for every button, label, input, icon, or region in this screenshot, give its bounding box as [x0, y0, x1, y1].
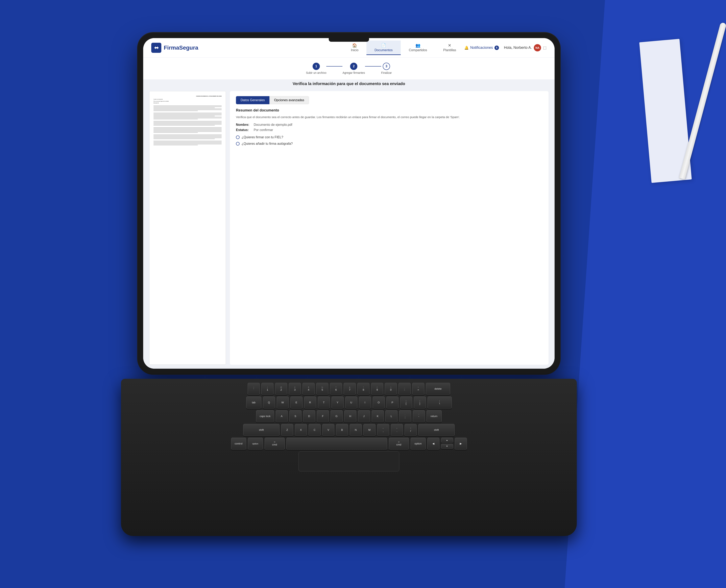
key-n[interactable]: N [350, 424, 362, 436]
doc-line [153, 121, 222, 122]
key-lbracket[interactable]: {[ [400, 397, 412, 408]
doc-line [153, 110, 198, 111]
key-arrow-left[interactable]: ◀ [427, 438, 439, 450]
key-o[interactable]: O [373, 397, 385, 408]
key-shift-left[interactable]: shift [243, 424, 279, 436]
key-4[interactable]: $4 [303, 383, 315, 395]
doc-line [153, 105, 222, 106]
key-b[interactable]: B [336, 424, 348, 436]
key-a[interactable]: A [276, 410, 288, 422]
key-s[interactable]: S [289, 410, 302, 422]
key-3[interactable]: #3 [289, 383, 301, 395]
key-i[interactable]: I [359, 397, 371, 408]
key-arrow-down[interactable]: ▼ [441, 444, 453, 449]
logout-icon[interactable]: ⬚ [543, 45, 546, 50]
tab-opciones-avanzadas[interactable]: Opciones avanzadas [269, 96, 309, 104]
doc-line [153, 128, 222, 129]
radio-fiel[interactable]: ¿Quieres firmar con tu FIEL? [236, 135, 542, 139]
key-tab[interactable]: tab [246, 397, 261, 408]
key-6[interactable]: ^6 [330, 383, 342, 395]
key-f[interactable]: F [317, 410, 329, 422]
key-t[interactable]: T [318, 397, 330, 408]
nav-tab-documentos[interactable]: 📄 Documentos [367, 41, 401, 55]
key-d[interactable]: D [303, 410, 315, 422]
key-semicolon[interactable]: :; [399, 410, 411, 422]
key-arrow-right[interactable]: ▶ [455, 438, 467, 450]
right-panel: Datos Generales Opciones avanzadas Resum… [230, 91, 548, 365]
key-delete[interactable]: delete [426, 383, 450, 395]
notification-area[interactable]: 🔔 Notificaciones 5 [464, 45, 499, 50]
description-text: Verifica que el documento sea el correct… [236, 115, 542, 120]
doc-line [153, 131, 222, 132]
key-5[interactable]: %5 [316, 383, 328, 395]
tab-datos-generales[interactable]: Datos Generales [236, 96, 269, 104]
step-3-label: Finalizar [381, 71, 392, 75]
nav-tab-inicio[interactable]: 🏠 Inicio [343, 41, 367, 55]
key-y[interactable]: Y [332, 397, 344, 408]
key-tilde[interactable]: ~` [248, 383, 260, 395]
key-x[interactable]: X [295, 424, 307, 436]
key-z[interactable]: Z [281, 424, 293, 436]
key-shift-right[interactable]: shift [418, 424, 455, 436]
nav-tab-plantillas[interactable]: ✕ Plantillas [435, 41, 464, 55]
key-period[interactable]: >. [391, 424, 403, 436]
doc-line [153, 144, 222, 144]
key-e[interactable]: E [290, 397, 303, 408]
key-2[interactable]: @2 [275, 383, 287, 395]
key-comma[interactable]: <, [377, 424, 389, 436]
key-option-left[interactable]: option [248, 438, 263, 450]
key-backslash[interactable]: |\ [428, 397, 452, 408]
key-arrow-up[interactable]: ▲ [441, 438, 453, 443]
key-quote[interactable]: "' [413, 410, 425, 422]
doc-line [153, 108, 222, 109]
key-l[interactable]: L [386, 410, 397, 422]
user-greeting: Hola, Norberto A. [504, 45, 532, 50]
key-space[interactable] [286, 438, 387, 450]
key-v[interactable]: V [322, 424, 334, 436]
key-minus[interactable]: _- [398, 383, 411, 395]
key-9[interactable]: (9 [371, 383, 383, 395]
inicio-label: Inicio [351, 48, 358, 52]
key-p[interactable]: P [387, 397, 398, 408]
key-7[interactable]: &7 [344, 383, 356, 395]
key-q[interactable]: Q [263, 397, 275, 408]
doc-line [153, 118, 222, 118]
keyboard-row-qwerty: tab Q W E R T Y U I O P {[ }] |\ [127, 397, 571, 408]
inicio-icon: 🏠 [352, 43, 357, 48]
key-m[interactable]: M [364, 424, 375, 436]
key-slash[interactable]: ?/ [405, 424, 417, 436]
key-rbracket[interactable]: }] [414, 397, 426, 408]
key-cmd-left[interactable]: ⌘cmd [265, 438, 285, 450]
key-c[interactable]: C [309, 424, 320, 436]
key-8[interactable]: *8 [357, 383, 370, 395]
key-1[interactable]: !1 [261, 383, 273, 395]
key-u[interactable]: U [345, 397, 357, 408]
key-capslock[interactable]: caps lock [256, 410, 274, 422]
radio-fiel-circle [236, 135, 240, 139]
key-equals[interactable]: += [412, 383, 424, 395]
doc-address: A quien corresponda Área comercial legal… [153, 98, 222, 104]
key-w[interactable]: W [277, 397, 289, 408]
step-2-circle: 2 [350, 63, 357, 70]
radio-autografa[interactable]: ¿Quieres añadir tu firma autógrafa? [236, 142, 542, 146]
nav-tab-compartidos[interactable]: 👥 Compartidos [401, 41, 435, 55]
key-j[interactable]: J [358, 410, 370, 422]
key-control[interactable]: control [231, 438, 246, 450]
key-0[interactable]: )0 [385, 383, 397, 395]
step-2-label: Agregar firmantes [343, 71, 365, 75]
doc-line [153, 117, 222, 117]
key-option-right[interactable]: option [411, 438, 426, 450]
key-h[interactable]: H [344, 410, 356, 422]
doc-line [153, 113, 222, 113]
step-3: 3 Finalizar [381, 63, 392, 75]
step-2: 2 Agregar firmantes [343, 63, 365, 75]
step-connector-1-2 [326, 66, 343, 66]
trackpad[interactable] [298, 451, 399, 471]
key-return[interactable]: return [427, 410, 442, 422]
key-cmd-right[interactable]: ⌘cmd [389, 438, 409, 450]
key-k[interactable]: K [372, 410, 384, 422]
step-connector-2-3 [365, 66, 381, 66]
key-r[interactable]: R [304, 397, 316, 408]
key-g[interactable]: G [331, 410, 343, 422]
main-content: CIUDAD DE MEXICO, 24 DE ENERO DE 2022 A … [143, 87, 555, 369]
